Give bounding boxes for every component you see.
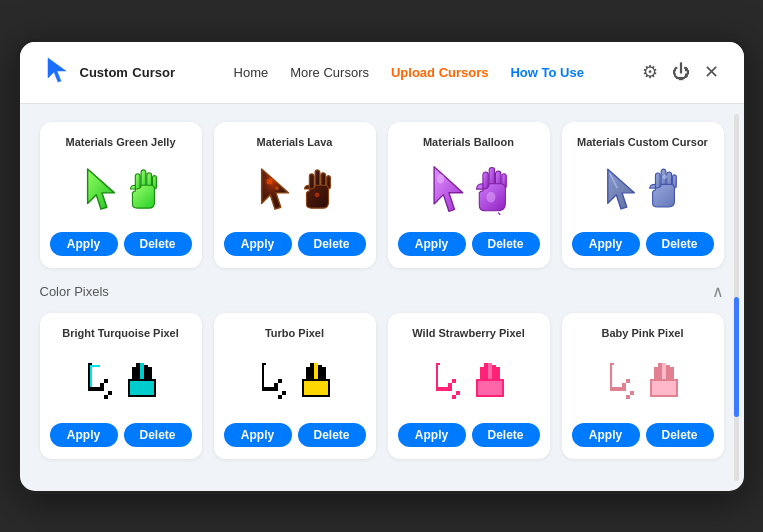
card-title-green-jelly: Materials Green Jelly	[65, 136, 175, 148]
svg-rect-103	[496, 367, 500, 379]
turquoise-pixel-hand-icon	[124, 361, 158, 401]
cursor-images-balloon	[429, 158, 509, 222]
delete-lava[interactable]: Delete	[298, 232, 366, 256]
color-pixels-title: Color Pixels	[40, 284, 109, 299]
card-title-turbo-pixel: Turbo Pixel	[265, 327, 324, 339]
card-turquoise-pixel: Bright Turquoise Pixel	[40, 313, 202, 459]
cursor-images-green-jelly	[83, 158, 159, 222]
apply-balloon[interactable]: Apply	[398, 232, 466, 256]
svg-rect-118	[622, 387, 626, 391]
scrollbar-track	[734, 114, 739, 481]
svg-rect-98	[484, 363, 488, 381]
cursor-images-pink-pixel	[606, 349, 680, 413]
svg-rect-44	[90, 365, 92, 387]
card-balloon: Materials Balloon	[388, 122, 550, 268]
pink-pixel-hand-icon	[646, 361, 680, 401]
delete-green-jelly[interactable]: Delete	[124, 232, 192, 256]
svg-rect-93	[448, 383, 452, 387]
delete-turquoise-pixel[interactable]: Delete	[124, 423, 192, 447]
svg-point-9	[275, 186, 279, 190]
svg-rect-48	[140, 365, 144, 379]
svg-rect-99	[488, 363, 492, 365]
svg-rect-81	[328, 381, 330, 397]
btn-row-balloon: Apply Delete	[398, 232, 540, 256]
btn-row-strawberry-pixel: Apply Delete	[398, 423, 540, 447]
card-title-strawberry-pixel: Wild Strawberry Pixel	[412, 327, 524, 339]
nav-how-to-use[interactable]: How To Use	[510, 65, 583, 80]
delete-custom-cursor[interactable]: Delete	[646, 232, 714, 256]
lava-arrow-icon	[257, 167, 295, 213]
svg-rect-121	[630, 391, 634, 395]
svg-rect-77	[322, 367, 326, 379]
apply-green-jelly[interactable]: Apply	[50, 232, 118, 256]
svg-rect-82	[302, 395, 330, 397]
cc-hand-icon	[646, 167, 682, 213]
btn-row-turquoise-pixel: Apply Delete	[50, 423, 192, 447]
svg-rect-100	[488, 365, 492, 379]
svg-rect-66	[274, 387, 278, 391]
card-green-jelly: Materials Green Jelly	[40, 122, 202, 268]
pink-pixel-arrow-icon	[606, 361, 640, 401]
svg-rect-47	[140, 363, 144, 365]
svg-rect-102	[480, 367, 484, 381]
svg-point-14	[314, 192, 319, 197]
nav-home[interactable]: Home	[234, 65, 269, 80]
nav-more-cursors[interactable]: More Cursors	[290, 65, 369, 80]
header: Custom Cursor Home More Cursors Upload C…	[20, 42, 744, 104]
card-title-lava: Materials Lava	[257, 136, 333, 148]
svg-rect-76	[306, 367, 310, 381]
svg-rect-49	[144, 365, 148, 381]
delete-strawberry-pixel[interactable]: Delete	[472, 423, 540, 447]
gear-icon[interactable]: ⚙	[642, 61, 658, 83]
card-title-turquoise-pixel: Bright Turquoise Pixel	[62, 327, 179, 339]
collapse-icon[interactable]: ∧	[712, 282, 724, 301]
svg-rect-107	[502, 381, 504, 397]
svg-rect-50	[132, 367, 136, 381]
svg-point-16	[436, 174, 443, 183]
apply-custom-cursor[interactable]: Apply	[572, 232, 640, 256]
cursor-images-turquoise-pixel	[84, 349, 158, 413]
app-window: Custom Cursor Home More Cursors Upload C…	[17, 39, 747, 494]
svg-rect-94	[452, 379, 456, 383]
apply-pink-pixel[interactable]: Apply	[572, 423, 640, 447]
apply-turquoise-pixel[interactable]: Apply	[50, 423, 118, 447]
nav-upload-cursors[interactable]: Upload Cursors	[391, 65, 489, 80]
materials-grid: Materials Green Jelly	[40, 122, 724, 268]
apply-turbo-pixel[interactable]: Apply	[224, 423, 292, 447]
delete-turbo-pixel[interactable]: Delete	[298, 423, 366, 447]
svg-rect-120	[626, 379, 630, 383]
svg-rect-132	[650, 381, 652, 397]
card-turbo-pixel: Turbo Pixel	[214, 313, 376, 459]
scrollbar-thumb[interactable]	[734, 297, 739, 417]
svg-rect-117	[618, 387, 622, 391]
svg-rect-124	[658, 363, 662, 381]
balloon-arrow-icon	[429, 165, 467, 215]
btn-row-turbo-pixel: Apply Delete	[224, 423, 366, 447]
balloon-hand-icon	[473, 165, 509, 215]
svg-rect-71	[264, 365, 266, 387]
power-icon[interactable]: ⏻	[672, 62, 690, 83]
green-jelly-arrow-icon	[83, 167, 121, 213]
svg-marker-1	[87, 168, 114, 208]
logo: Custom Cursor	[44, 56, 175, 89]
svg-rect-119	[622, 383, 626, 387]
svg-rect-38	[96, 387, 100, 391]
svg-marker-0	[48, 58, 66, 82]
delete-pink-pixel[interactable]: Delete	[646, 423, 714, 447]
svg-rect-89	[436, 387, 440, 391]
svg-rect-105	[476, 381, 504, 397]
apply-strawberry-pixel[interactable]: Apply	[398, 423, 466, 447]
svg-point-21	[486, 191, 495, 202]
navigation: Home More Cursors Upload Cursors How To …	[234, 65, 584, 80]
svg-point-8	[266, 178, 272, 184]
delete-balloon[interactable]: Delete	[472, 232, 540, 256]
logo-text: Custom Cursor	[80, 63, 175, 81]
svg-rect-127	[666, 365, 670, 381]
apply-lava[interactable]: Apply	[224, 232, 292, 256]
svg-rect-92	[448, 387, 452, 391]
svg-rect-63	[262, 387, 266, 391]
cursor-images-custom-cursor	[604, 158, 682, 222]
close-icon[interactable]: ✕	[704, 61, 719, 83]
svg-rect-64	[266, 387, 270, 391]
svg-rect-42	[108, 391, 112, 395]
